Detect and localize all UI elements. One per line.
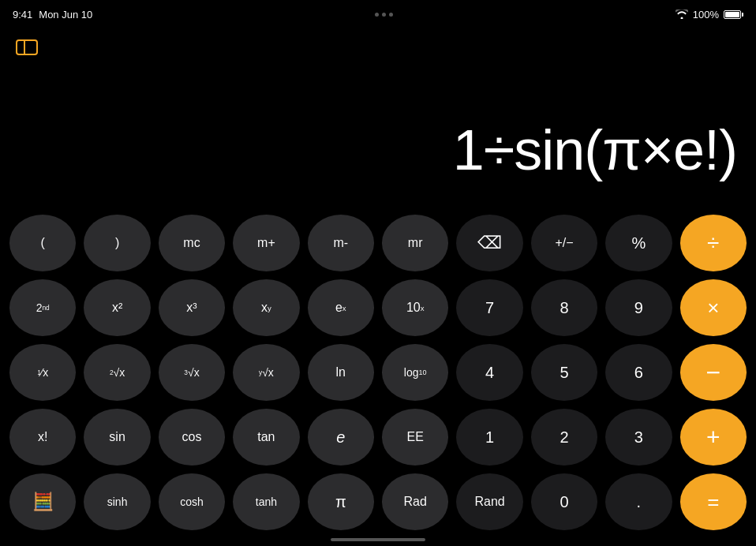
close-paren-button[interactable]: ) xyxy=(84,215,150,271)
button-row-4: x! sin cos tan e EE 1 2 3 + xyxy=(9,409,747,466)
status-center xyxy=(375,13,393,17)
display-expression: 1÷sin(π×e!) xyxy=(453,119,737,181)
ee-button[interactable]: EE xyxy=(382,409,448,466)
log10-button[interactable]: log10 xyxy=(382,344,448,401)
euler-button[interactable]: e xyxy=(308,409,374,466)
add-button[interactable]: + xyxy=(680,409,747,466)
divide-button[interactable]: ÷ xyxy=(680,215,747,271)
nine-button[interactable]: 9 xyxy=(605,279,672,336)
six-button[interactable]: 6 xyxy=(605,344,672,401)
x-cubed-button[interactable]: x³ xyxy=(159,279,225,336)
home-indicator xyxy=(331,538,425,541)
factorial-button[interactable]: x! xyxy=(9,409,76,466)
ln-button[interactable]: ln xyxy=(308,344,374,401)
date: Mon Jun 10 xyxy=(39,9,92,21)
status-bar: 9:41 Mon Jun 10 100% xyxy=(0,0,756,28)
wifi-icon xyxy=(676,9,688,19)
status-right: 100% xyxy=(676,9,743,21)
button-row-5: 🧮 sinh cosh tanh π Rad Rand 0 . = xyxy=(9,473,747,530)
calculator-grid: ( ) mc m+ m- mr ⌫ +/− % ÷ 2nd x² x³ xy e… xyxy=(0,215,756,530)
two-button[interactable]: 2 xyxy=(531,409,597,466)
seven-button[interactable]: 7 xyxy=(456,279,522,336)
backspace-button[interactable]: ⌫ xyxy=(456,215,522,271)
zero-button[interactable]: 0 xyxy=(531,473,597,530)
second-button[interactable]: 2nd xyxy=(9,279,76,336)
plus-minus-button[interactable]: +/− xyxy=(531,215,597,271)
eight-button[interactable]: 8 xyxy=(531,279,597,336)
dot-1 xyxy=(375,13,379,17)
four-button[interactable]: 4 xyxy=(456,344,522,401)
button-row-3: 1⁄x 2√x 3√x y√x ln log10 4 5 6 − xyxy=(9,344,747,401)
open-paren-button[interactable]: ( xyxy=(9,215,76,271)
m-minus-button[interactable]: m- xyxy=(308,215,374,271)
decimal-button[interactable]: . xyxy=(605,473,672,530)
sqrt-y-button[interactable]: y√x xyxy=(233,344,299,401)
sqrt-3-button[interactable]: 3√x xyxy=(159,344,225,401)
three-button[interactable]: 3 xyxy=(605,409,672,466)
status-left: 9:41 Mon Jun 10 xyxy=(13,9,92,21)
sin-button[interactable]: sin xyxy=(84,409,150,466)
basic-calc-button[interactable]: 🧮 xyxy=(9,473,76,530)
rand-button[interactable]: Rand xyxy=(456,473,522,530)
multiply-button[interactable]: × xyxy=(680,279,747,336)
ten-to-x-button[interactable]: 10x xyxy=(382,279,448,336)
sinh-button[interactable]: sinh xyxy=(84,473,150,530)
time: 9:41 xyxy=(13,9,32,21)
five-button[interactable]: 5 xyxy=(531,344,597,401)
button-row-2: 2nd x² x³ xy ex 10x 7 8 9 × xyxy=(9,279,747,336)
button-row-1: ( ) mc m+ m- mr ⌫ +/− % ÷ xyxy=(9,215,747,271)
tan-button[interactable]: tan xyxy=(233,409,299,466)
percent-button[interactable]: % xyxy=(605,215,672,271)
one-over-x-button[interactable]: 1⁄x xyxy=(9,344,76,401)
rad-button[interactable]: Rad xyxy=(382,473,448,530)
pi-button[interactable]: π xyxy=(308,473,374,530)
mc-button[interactable]: mc xyxy=(159,215,225,271)
m-plus-button[interactable]: m+ xyxy=(233,215,299,271)
equals-button[interactable]: = xyxy=(680,473,747,530)
cosh-button[interactable]: cosh xyxy=(159,473,225,530)
one-button[interactable]: 1 xyxy=(456,409,522,466)
dot-2 xyxy=(382,13,386,17)
calculator-display: 1÷sin(π×e!) xyxy=(0,28,756,194)
mr-button[interactable]: mr xyxy=(382,215,448,271)
e-to-x-button[interactable]: ex xyxy=(308,279,374,336)
cos-button[interactable]: cos xyxy=(159,409,225,466)
battery-percent: 100% xyxy=(693,9,719,21)
x-to-y-button[interactable]: xy xyxy=(233,279,299,336)
battery-icon xyxy=(724,10,743,19)
sqrt-2-button[interactable]: 2√x xyxy=(84,344,150,401)
dot-3 xyxy=(389,13,393,17)
x-squared-button[interactable]: x² xyxy=(84,279,150,336)
subtract-button[interactable]: − xyxy=(680,344,747,401)
tanh-button[interactable]: tanh xyxy=(233,473,299,530)
